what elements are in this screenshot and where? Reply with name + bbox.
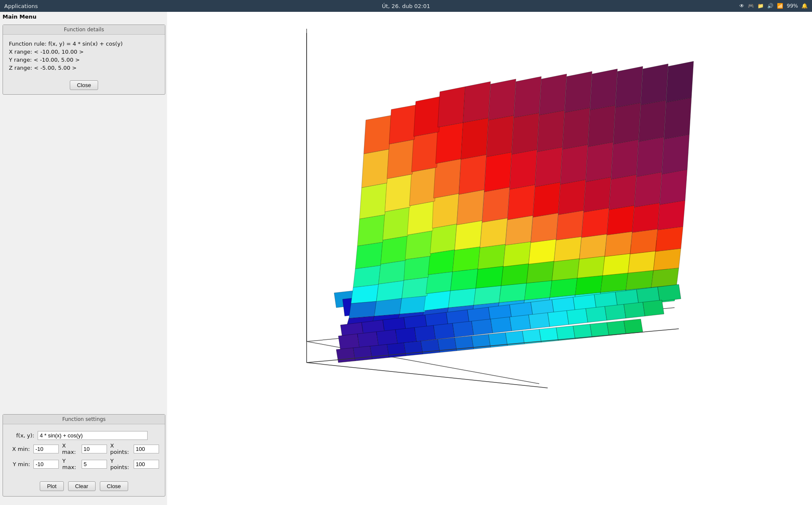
svg-marker-50 <box>400 296 427 314</box>
svg-marker-66 <box>476 266 503 288</box>
svg-marker-118 <box>484 152 512 192</box>
svg-marker-144 <box>488 79 516 120</box>
y-min-input[interactable] <box>33 460 59 469</box>
svg-marker-137 <box>639 100 666 142</box>
y-points-input[interactable] <box>134 460 159 469</box>
eye-icon[interactable]: 👁 <box>739 3 744 9</box>
folder-icon[interactable]: 📁 <box>757 3 764 9</box>
volume-icon[interactable]: 🔊 <box>767 3 774 9</box>
svg-marker-85 <box>630 229 658 254</box>
svg-marker-72 <box>628 251 656 273</box>
svg-marker-171 <box>395 328 417 344</box>
svg-marker-174 <box>453 321 474 337</box>
svg-marker-115 <box>409 167 437 206</box>
svg-marker-149 <box>615 66 643 107</box>
function-details-panel: Function details Function rule: f(x, y) … <box>3 25 165 95</box>
function-details-title: Function details <box>3 25 165 35</box>
svg-marker-113 <box>359 183 387 219</box>
taskbar-left: Applications <box>4 3 38 9</box>
clear-button[interactable]: Clear <box>68 481 96 491</box>
z-range-text: Z range: < -5.00, 5.00 > <box>9 65 159 71</box>
fxy-input[interactable] <box>38 431 148 440</box>
taskbar-right: 👁 🎮 📁 🔊 📶 99% 🔔 <box>739 3 808 9</box>
y-points-label: Y points: <box>110 458 130 470</box>
svg-marker-126 <box>362 149 389 188</box>
settings-close-button[interactable]: Close <box>100 481 128 491</box>
svg-marker-65 <box>450 269 478 291</box>
function-details-close-row: Close <box>3 77 165 94</box>
applications-label[interactable]: Applications <box>4 3 38 9</box>
main-menu-label: Main Menu <box>3 14 36 20</box>
svg-marker-83 <box>579 234 607 259</box>
svg-marker-141 <box>414 96 441 136</box>
svg-marker-90 <box>430 224 457 254</box>
svg-marker-70 <box>577 256 605 278</box>
taskbar-center: Út, 26. dub 02:01 <box>382 3 430 9</box>
svg-marker-124 <box>636 137 664 177</box>
svg-marker-177 <box>510 315 531 331</box>
y-range-text: Y range: < -10.00, 5.00 > <box>9 57 159 63</box>
function-rule-label: Function rule: <box>9 41 47 47</box>
svg-marker-89 <box>405 231 433 259</box>
svg-marker-103 <box>432 194 459 228</box>
fxy-row: f(x, y): <box>9 431 159 440</box>
svg-marker-178 <box>529 313 550 329</box>
svg-marker-56 <box>550 278 577 298</box>
svg-marker-200 <box>590 322 609 337</box>
bell-icon[interactable]: 🔔 <box>801 3 808 9</box>
function-settings-panel: Function settings f(x, y): X min: X max:… <box>3 414 165 497</box>
y-max-input[interactable] <box>82 460 107 469</box>
plot-button[interactable]: Plot <box>40 481 63 491</box>
battery-label: 99% <box>787 3 798 9</box>
svg-marker-133 <box>537 110 565 152</box>
svg-marker-58 <box>601 273 628 292</box>
svg-marker-52 <box>448 288 476 308</box>
svg-marker-136 <box>613 103 641 144</box>
svg-marker-86 <box>656 227 683 251</box>
x-min-input[interactable] <box>33 445 59 453</box>
svg-marker-110 <box>609 175 636 210</box>
svg-marker-172 <box>414 325 436 341</box>
svg-marker-150 <box>641 64 668 105</box>
svg-marker-202 <box>624 319 643 334</box>
svg-marker-99 <box>658 200 685 230</box>
x-range-value: < -10.00, 10.00 > <box>34 49 83 55</box>
svg-marker-105 <box>482 187 510 222</box>
svg-marker-179 <box>548 311 569 327</box>
function-settings-body: f(x, y): X min: X max: X points: Y min: … <box>3 424 165 477</box>
plot-area[interactable] <box>167 12 812 505</box>
svg-marker-82 <box>554 237 582 262</box>
svg-marker-91 <box>455 221 482 250</box>
svg-marker-148 <box>590 69 617 110</box>
svg-marker-125 <box>662 134 689 174</box>
network-icon[interactable]: 📶 <box>777 3 783 9</box>
svg-marker-180 <box>567 308 588 325</box>
svg-marker-53 <box>474 286 501 305</box>
x-max-input[interactable] <box>82 445 107 453</box>
svg-marker-97 <box>607 205 634 235</box>
x-range-row: X min: X max: X points: <box>9 442 159 455</box>
svg-marker-120 <box>535 147 562 187</box>
svg-marker-135 <box>588 105 615 147</box>
svg-marker-69 <box>552 259 579 281</box>
svg-marker-84 <box>605 232 632 257</box>
svg-marker-51 <box>424 291 450 311</box>
gamepad-icon[interactable]: 🎮 <box>748 3 754 9</box>
svg-marker-109 <box>584 177 611 212</box>
function-settings-title: Function settings <box>3 415 165 424</box>
svg-marker-117 <box>459 155 486 194</box>
svg-marker-79 <box>478 244 505 269</box>
svg-marker-88 <box>381 236 408 264</box>
plot-svg <box>167 12 812 505</box>
svg-marker-104 <box>457 190 484 225</box>
function-details-close-button[interactable]: Close <box>70 80 98 90</box>
svg-marker-61 <box>351 284 379 303</box>
svg-marker-131 <box>486 115 514 157</box>
z-range-label: Z range: <box>9 65 32 71</box>
svg-marker-92 <box>480 218 508 248</box>
svg-marker-145 <box>514 76 541 117</box>
svg-marker-87 <box>355 242 383 269</box>
x-points-input[interactable] <box>134 445 159 453</box>
svg-marker-100 <box>357 215 385 246</box>
x-points-label: X points: <box>110 442 130 455</box>
